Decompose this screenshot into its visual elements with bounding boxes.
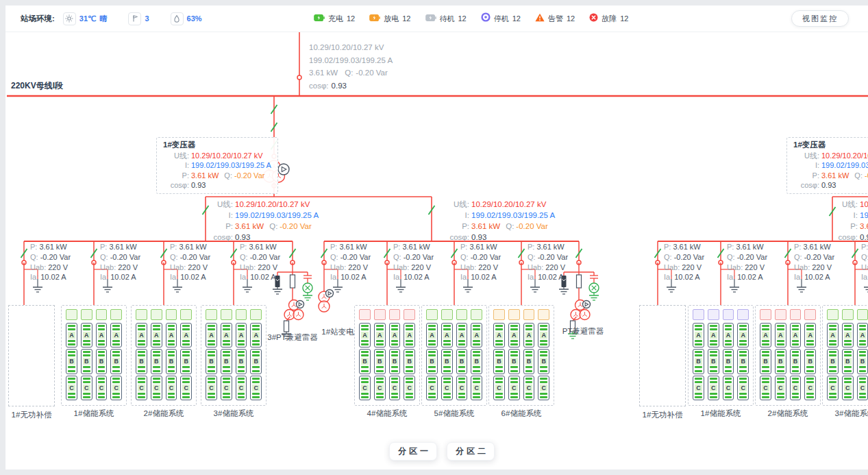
status-legend: 充电12放电12待机12停机12告警12故障12 [314,5,629,32]
pcs-state-box [456,309,468,320]
battery-cell-A: A [441,323,453,348]
frame-top [0,0,868,5]
station-env-label: 站场环境: [21,14,55,24]
storage-cluster-5[interactable]: ABCABCABCABC [421,305,487,406]
reactive-compensation-box[interactable] [8,305,55,406]
storage-cluster-8[interactable]: ABCABCABCABC [755,305,821,406]
cell-label: C [792,385,799,391]
cell-label: A [406,332,413,339]
battery-cell-A: A [96,323,108,348]
legend-item-standby[interactable]: 待机12 [425,12,467,25]
incomer-info: 10.29/10.20/10.27 kV199.02/199.03/199.25… [309,41,393,92]
view-monitor-button[interactable]: 视图监控 [791,10,849,27]
legend-count: 12 [620,14,628,23]
battery-cell-B: B [760,349,771,374]
legend-label: 故障 [602,14,617,24]
measure-text: -0.20 Var [110,253,140,261]
cell-label: A [83,332,90,339]
reactive-compensation-box[interactable] [639,305,686,406]
pt-winding-icon [290,275,295,288]
partition-1-button[interactable]: 分区一 [389,442,437,461]
cell-label: A [473,332,480,339]
partition-2-button[interactable]: 分区二 [447,442,495,461]
pcs-state-box [110,309,122,320]
battery-cell-C: C [236,376,247,400]
reactive-compensation-label: 1#无功补偿 [3,410,60,420]
legend-item-alarm[interactable]: 告警12 [535,12,575,25]
cell-label: C [98,385,106,391]
pcs-state-box [523,309,535,320]
storage-cluster-4[interactable]: ABCABCABCABC [354,305,420,406]
battery-cell-C: C [404,376,415,400]
battery-rack: ABC [737,309,749,402]
measure-text: 220 V [682,263,702,271]
cell-label: C [510,385,518,391]
measure-text: Uab: [794,263,810,271]
battery-cell-A: A [374,323,386,348]
battery-rack: ABC [221,309,232,402]
storage-cluster-9[interactable]: ABCABCABCABC [822,305,868,406]
battery-cell-C: C [790,376,802,400]
feeder-info-left: U线:10.29/10.20/10.27 kVI:199.02/199.03/1… [210,199,319,243]
cell-label: C [252,385,260,391]
branch-measurements: P:3.61 kWQ:-0.20 VarUab:220 VIa:10.02 A [100,242,140,282]
storage-cluster-2[interactable]: ABCABCABCABC [131,305,197,406]
measure-text: I: [793,160,819,171]
battery-cell-B: B [441,349,453,374]
branch-measurements: P:3.61 kWQ:-0.20 VarUab:220 VIa:10.02 A [528,242,568,282]
pcs-state-box [66,309,77,320]
battery-cell-B: B [842,349,854,374]
battery-rack: ABC [708,309,719,402]
battery-cell-B: B [708,349,719,374]
transformer-info-box-left: 1#变压器U线:10.29/10.20/10.27 kVI:199.02/199… [156,137,278,194]
branch-measurements: P:3.61 kWQ:-0.20 VarUab:220 VIa:10.02 A [460,242,501,282]
branch-measurements: P:3.61 kWQ:-0.20 VarUab:220 VIa:10.02 A [664,242,704,282]
pcs-state-box [374,309,386,320]
measure-text: 199.02/199.03/199.25 A [309,56,393,64]
measure-text: 10.02 A [180,273,206,281]
measure-text: I: [446,210,469,221]
cell-label: C [238,385,245,391]
storage-cluster-3[interactable]: ABCABCABCABC [201,305,266,406]
battery-cell-A: A [471,323,482,348]
battery-rack: ABC [441,309,453,402]
storage-cluster-6[interactable]: ABCABCABCABC [488,305,554,406]
state-play-icon [297,301,304,308]
storage-cluster-1[interactable]: ABCABCABCABC [61,305,127,406]
measure-text: 3.61 kW [736,243,763,251]
battery-cell-B: B [389,349,401,374]
battery-rack: ABC [180,309,192,402]
measure-text: I: [834,210,858,221]
cell-label: A [428,332,436,339]
battery-cell-B: B [827,349,839,374]
battery-cell-A: A [775,323,786,348]
cell-label: C [525,385,533,391]
cluster-label-4: 4#储能系统 [353,409,421,419]
battery-cell-A: A [221,323,232,348]
battery-rack: ABC [775,309,786,402]
cell-label: A [252,332,260,339]
measure-text: Q: [170,253,178,261]
measure-text: Ia: [794,273,802,281]
cell-label: B [153,358,160,365]
legend-label: 待机 [440,14,455,24]
cell-label: C [540,385,547,391]
legend-item-fault[interactable]: 故障12 [589,12,628,25]
measure-text: U线: [163,151,189,161]
legend-item-shutdown[interactable]: 停机12 [481,12,521,25]
reactive-compensation-label: 1#无功补偿 [634,410,691,420]
pcs-state-box [708,309,719,320]
legend-item-charge[interactable]: 充电12 [314,12,355,25]
cell-label: B [510,358,518,365]
measure-text: P: [727,243,734,251]
pcs-state-box [857,309,868,320]
cell-label: A [98,332,106,339]
measure-text: cosφ: [309,82,329,90]
storage-cluster-7[interactable]: ABCABCABCABC [688,305,754,406]
battery-rack: ABC [693,309,704,402]
legend-item-discharge[interactable]: 放电12 [369,12,410,25]
battery-cell-C: C [493,376,505,400]
measure-text: -0.20 Var [404,253,434,261]
cell-label: C [695,385,702,391]
discharge-status-icon [369,12,380,25]
